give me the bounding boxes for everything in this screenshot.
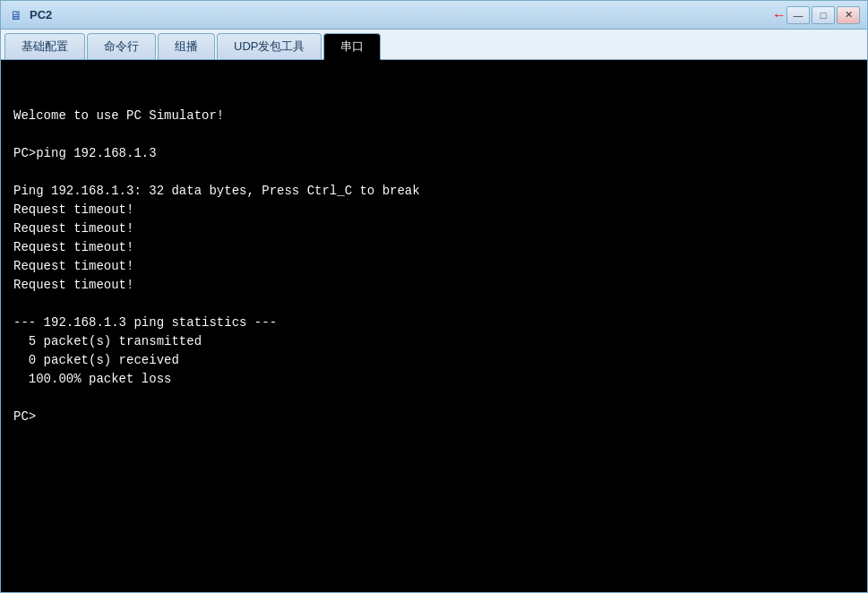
app-icon: 🖥 [8, 7, 24, 23]
tab-basic-config[interactable]: 基础配置 [4, 33, 85, 59]
main-window: 🖥 PC2 ← — □ ✕ 基础配置 命令行 组播 UDP发包工具 串口 Wel… [0, 0, 868, 593]
tab-bar: 基础配置 命令行 组播 UDP发包工具 串口 [1, 30, 867, 60]
maximize-button[interactable]: □ [812, 6, 835, 24]
minimize-button[interactable]: — [786, 6, 810, 24]
terminal-content: Welcome to use PC Simulator! PC>ping 192… [13, 107, 855, 426]
arrow-indicator: ← [772, 7, 786, 23]
window-title: PC2 [30, 8, 769, 21]
terminal-line: Request timeout! [13, 257, 855, 276]
window-controls: — □ ✕ [786, 6, 860, 24]
terminal-line: Welcome to use PC Simulator! [13, 107, 855, 125]
terminal-line: Request timeout! [13, 201, 855, 219]
terminal-line: 5 packet(s) transmitted [13, 332, 855, 351]
tab-command-line[interactable]: 命令行 [87, 33, 156, 59]
terminal-line [13, 295, 855, 314]
terminal-line: --- 192.168.1.3 ping statistics --- [13, 314, 855, 332]
close-button[interactable]: ✕ [837, 6, 860, 24]
tab-group[interactable]: 组播 [158, 33, 215, 59]
title-bar: 🖥 PC2 ← — □ ✕ [1, 1, 867, 30]
terminal-line: Request timeout! [13, 219, 855, 238]
terminal-line: Request timeout! [13, 238, 855, 257]
terminal-area[interactable]: Welcome to use PC Simulator! PC>ping 192… [1, 60, 867, 592]
terminal-line: PC> [13, 408, 855, 426]
tab-udp-tool[interactable]: UDP发包工具 [217, 33, 322, 59]
terminal-line: 0 packet(s) received [13, 351, 855, 370]
terminal-line [13, 163, 855, 182]
terminal-line: Request timeout! [13, 276, 855, 295]
terminal-line [13, 389, 855, 408]
terminal-line [13, 125, 855, 144]
terminal-line: PC>ping 192.168.1.3 [13, 144, 855, 163]
terminal-line: 100.00% packet loss [13, 370, 855, 389]
terminal-line: Ping 192.168.1.3: 32 data bytes, Press C… [13, 182, 855, 201]
tab-serial[interactable]: 串口 [323, 33, 381, 60]
